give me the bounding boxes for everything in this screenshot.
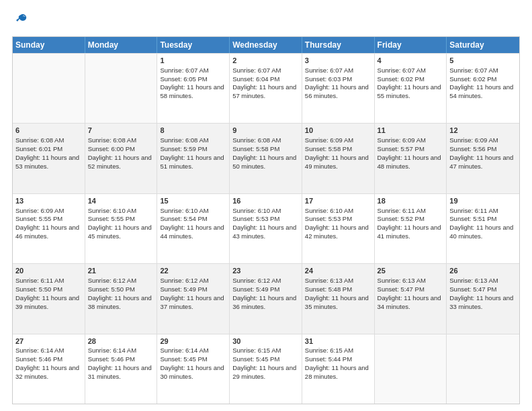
daylight-text: Daylight: 11 hours and 52 minutes. (88, 154, 152, 170)
day-number: 23 (232, 266, 299, 276)
calendar-cell: 7Sunrise: 6:08 AMSunset: 6:00 PMDaylight… (85, 124, 158, 193)
day-number: 15 (160, 196, 226, 206)
calendar-cell: 31Sunrise: 6:15 AMSunset: 5:44 PMDayligh… (302, 334, 375, 404)
calendar-cell: 14Sunrise: 6:10 AMSunset: 5:55 PMDayligh… (85, 194, 158, 263)
sunset-text: Sunset: 5:57 PM (378, 145, 425, 152)
calendar-header-cell: Friday (375, 37, 447, 53)
calendar-cell: 5Sunrise: 6:07 AMSunset: 6:02 PMDaylight… (447, 54, 519, 123)
sunset-text: Sunset: 5:56 PM (449, 145, 496, 152)
sunset-text: Sunset: 5:53 PM (305, 215, 352, 222)
daylight-text: Daylight: 11 hours and 46 minutes. (15, 224, 79, 240)
sunset-text: Sunset: 5:59 PM (160, 145, 207, 152)
sunrise-text: Sunrise: 6:07 AM (160, 66, 208, 74)
calendar-cell: 1Sunrise: 6:07 AMSunset: 6:05 PMDaylight… (157, 54, 230, 123)
sunset-text: Sunset: 5:51 PM (449, 215, 496, 222)
day-number: 24 (305, 266, 371, 276)
day-number: 5 (449, 56, 517, 66)
daylight-text: Daylight: 11 hours and 43 minutes. (232, 224, 296, 240)
calendar-cell: 29Sunrise: 6:14 AMSunset: 5:45 PMDayligh… (157, 334, 230, 404)
sunset-text: Sunset: 6:04 PM (232, 75, 279, 83)
day-number: 13 (15, 196, 82, 206)
sunrise-text: Sunrise: 6:10 AM (305, 207, 353, 214)
page: SundayMondayTuesdayWednesdayThursdayFrid… (0, 0, 532, 411)
calendar-row: 6Sunrise: 6:08 AMSunset: 6:01 PMDaylight… (13, 123, 519, 193)
calendar-cell: 2Sunrise: 6:07 AMSunset: 6:04 PMDaylight… (230, 54, 302, 123)
day-number: 25 (378, 266, 444, 276)
calendar-cell: 8Sunrise: 6:08 AMSunset: 5:59 PMDaylight… (157, 124, 230, 193)
sunrise-text: Sunrise: 6:14 AM (160, 347, 208, 354)
sunrise-text: Sunrise: 6:13 AM (449, 277, 498, 284)
day-number: 21 (88, 266, 154, 276)
sunset-text: Sunset: 5:45 PM (232, 355, 279, 363)
daylight-text: Daylight: 11 hours and 40 minutes. (449, 224, 513, 240)
day-number: 18 (378, 196, 444, 206)
day-number: 31 (305, 336, 371, 347)
calendar: SundayMondayTuesdayWednesdayThursdayFrid… (12, 36, 520, 404)
calendar-cell: 18Sunrise: 6:11 AMSunset: 5:52 PMDayligh… (375, 194, 447, 263)
daylight-text: Daylight: 11 hours and 45 minutes. (88, 224, 152, 240)
logo-bird-icon (13, 12, 28, 30)
calendar-cell: 21Sunrise: 6:12 AMSunset: 5:50 PMDayligh… (85, 264, 158, 333)
day-number: 11 (378, 126, 444, 136)
calendar-row: 27Sunrise: 6:14 AMSunset: 5:46 PMDayligh… (13, 334, 519, 404)
daylight-text: Daylight: 11 hours and 36 minutes. (232, 294, 296, 310)
header (12, 12, 520, 30)
calendar-header-cell: Monday (85, 37, 158, 53)
sunset-text: Sunset: 5:47 PM (449, 285, 496, 293)
day-number: 6 (15, 126, 82, 136)
calendar-cell (447, 334, 519, 404)
day-number: 28 (88, 336, 154, 347)
calendar-cell: 26Sunrise: 6:13 AMSunset: 5:47 PMDayligh… (447, 264, 519, 333)
calendar-header-cell: Wednesday (230, 37, 302, 53)
sunrise-text: Sunrise: 6:10 AM (232, 207, 281, 214)
daylight-text: Daylight: 11 hours and 44 minutes. (160, 224, 224, 240)
daylight-text: Daylight: 11 hours and 38 minutes. (88, 294, 152, 310)
sunrise-text: Sunrise: 6:13 AM (305, 277, 353, 284)
sunset-text: Sunset: 5:55 PM (88, 215, 135, 222)
sunset-text: Sunset: 5:48 PM (305, 285, 352, 293)
daylight-text: Daylight: 11 hours and 28 minutes. (305, 364, 369, 380)
sunset-text: Sunset: 5:44 PM (305, 355, 352, 363)
day-number: 29 (160, 336, 226, 347)
day-number: 30 (232, 336, 299, 347)
sunset-text: Sunset: 6:05 PM (160, 75, 207, 83)
calendar-cell: 27Sunrise: 6:14 AMSunset: 5:46 PMDayligh… (13, 334, 85, 404)
calendar-cell: 9Sunrise: 6:08 AMSunset: 5:58 PMDaylight… (230, 124, 302, 193)
daylight-text: Daylight: 11 hours and 42 minutes. (305, 224, 369, 240)
sunrise-text: Sunrise: 6:11 AM (15, 277, 64, 284)
sunset-text: Sunset: 5:53 PM (232, 215, 279, 222)
sunrise-text: Sunrise: 6:07 AM (449, 66, 498, 74)
daylight-text: Daylight: 11 hours and 54 minutes. (449, 83, 513, 99)
sunrise-text: Sunrise: 6:10 AM (160, 207, 208, 214)
calendar-cell: 16Sunrise: 6:10 AMSunset: 5:53 PMDayligh… (230, 194, 302, 263)
calendar-cell: 10Sunrise: 6:09 AMSunset: 5:58 PMDayligh… (302, 124, 375, 193)
sunrise-text: Sunrise: 6:09 AM (449, 136, 498, 144)
daylight-text: Daylight: 11 hours and 53 minutes. (15, 154, 79, 170)
sunset-text: Sunset: 6:03 PM (305, 75, 352, 83)
daylight-text: Daylight: 11 hours and 34 minutes. (378, 294, 441, 310)
sunrise-text: Sunrise: 6:07 AM (305, 66, 353, 74)
daylight-text: Daylight: 11 hours and 56 minutes. (305, 83, 369, 99)
day-number: 3 (305, 56, 371, 66)
day-number: 8 (160, 126, 226, 136)
sunset-text: Sunset: 5:50 PM (88, 285, 135, 293)
sunrise-text: Sunrise: 6:09 AM (378, 136, 426, 144)
sunrise-text: Sunrise: 6:12 AM (232, 277, 281, 284)
calendar-cell: 11Sunrise: 6:09 AMSunset: 5:57 PMDayligh… (375, 124, 447, 193)
day-number: 4 (378, 56, 444, 66)
sunset-text: Sunset: 5:45 PM (160, 355, 207, 363)
sunrise-text: Sunrise: 6:15 AM (305, 347, 353, 354)
sunrise-text: Sunrise: 6:15 AM (232, 347, 281, 354)
calendar-cell (13, 54, 85, 123)
calendar-cell (375, 334, 447, 404)
daylight-text: Daylight: 11 hours and 39 minutes. (15, 294, 79, 310)
day-number: 20 (15, 266, 82, 276)
calendar-cell (85, 54, 158, 123)
day-number: 7 (88, 126, 154, 136)
calendar-cell: 12Sunrise: 6:09 AMSunset: 5:56 PMDayligh… (447, 124, 519, 193)
sunrise-text: Sunrise: 6:07 AM (232, 66, 281, 74)
day-number: 27 (15, 336, 82, 347)
calendar-cell: 22Sunrise: 6:12 AMSunset: 5:49 PMDayligh… (157, 264, 230, 333)
day-number: 9 (232, 126, 299, 136)
calendar-cell: 19Sunrise: 6:11 AMSunset: 5:51 PMDayligh… (447, 194, 519, 263)
